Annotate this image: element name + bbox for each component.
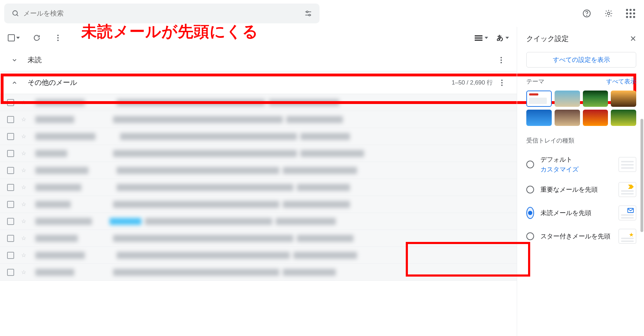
apps-icon[interactable]	[623, 6, 638, 21]
select-all[interactable]	[8, 34, 20, 41]
star-icon[interactable]: ☆	[21, 99, 26, 106]
section-unread[interactable]: 未読	[0, 49, 517, 71]
chevron-down-icon	[485, 37, 488, 39]
chevron-down-icon	[505, 37, 509, 39]
radio-icon[interactable]	[526, 207, 534, 219]
mail-list: ☆ ☆ ☆ ☆ ☆ ☆ ☆ ☆ ☆ ☆ ☆	[0, 94, 517, 336]
inbox-type-starred[interactable]: スター付きメールを先頭 ★	[526, 225, 636, 248]
radio-icon[interactable]	[526, 186, 534, 193]
inbox-preview-icon: ★	[619, 229, 636, 244]
search-input[interactable]	[23, 10, 300, 17]
chevron-down-icon	[11, 57, 18, 63]
inbox-preview-icon	[619, 205, 636, 220]
inbox-type-label: スター付きメールを先頭	[540, 232, 612, 241]
mail-row[interactable]: ☆	[0, 213, 517, 230]
quick-settings-panel: クイック設定 ✕ すべての設定を表示 テーマ すべて表示 受信トレイの種類	[517, 27, 644, 336]
svg-point-0	[13, 11, 17, 15]
inbox-type-label: 受信トレイの種類	[526, 137, 574, 145]
search-icon	[8, 10, 23, 17]
mail-main: あ 未読 その他のメール 1–50 / 2,690 行	[0, 27, 517, 336]
mail-row[interactable]: ☆	[0, 196, 517, 213]
star-icon[interactable]: ☆	[21, 150, 26, 157]
chevron-up-icon	[11, 80, 18, 86]
scrollbar[interactable]	[640, 119, 643, 232]
more-icon[interactable]	[501, 80, 503, 86]
mail-row[interactable]: ☆	[0, 179, 517, 196]
mail-row[interactable]: ☆	[0, 128, 517, 145]
refresh-icon[interactable]	[33, 34, 41, 42]
theme-all-link[interactable]: すべて表示	[606, 77, 636, 86]
inbox-preview-icon	[619, 182, 636, 197]
chevron-down-icon	[16, 37, 20, 39]
help-icon[interactable]	[580, 6, 594, 21]
svg-line-1	[17, 15, 18, 16]
mail-toolbar: あ	[0, 27, 517, 49]
star-icon[interactable]: ☆	[21, 201, 26, 208]
theme-option[interactable]	[611, 110, 636, 126]
inbox-type-label: 重要なメールを先頭	[540, 185, 612, 194]
all-settings-button[interactable]: すべての設定を表示	[526, 52, 636, 68]
star-icon[interactable]: ☆	[21, 133, 26, 140]
important-icon	[628, 185, 634, 189]
customize-link[interactable]: カスタマイズ	[540, 165, 612, 174]
more-icon[interactable]	[500, 57, 502, 63]
close-icon[interactable]: ✕	[630, 34, 636, 44]
section-label: その他のメール	[28, 78, 77, 87]
inbox-type-unread[interactable]: 未読メールを先頭	[526, 201, 636, 225]
star-icon: ★	[629, 231, 634, 238]
mail-row[interactable]: ☆	[0, 94, 517, 111]
mail-icon	[627, 208, 634, 213]
theme-option[interactable]	[611, 91, 636, 107]
inbox-type-important[interactable]: 重要なメールを先頭	[526, 178, 636, 201]
panel-title: クイック設定	[526, 34, 569, 44]
theme-option[interactable]	[583, 110, 608, 126]
theme-grid	[526, 91, 636, 126]
mail-row[interactable]: ☆	[0, 145, 517, 162]
mail-row[interactable]: ☆	[0, 264, 517, 281]
theme-label: テーマ	[526, 77, 544, 86]
theme-option[interactable]	[583, 91, 608, 107]
section-range: 1–50 / 2,690 行	[452, 79, 493, 87]
inbox-type-default[interactable]: デフォルト カスタマイズ	[526, 151, 636, 178]
tune-icon[interactable]	[300, 10, 316, 17]
density-toggle[interactable]	[475, 35, 488, 41]
theme-option[interactable]	[555, 110, 580, 126]
svg-point-4	[306, 11, 308, 13]
star-icon[interactable]: ☆	[21, 167, 26, 174]
inbox-type-label: 未読メールを先頭	[540, 209, 612, 217]
gear-icon[interactable]	[602, 6, 616, 21]
radio-icon[interactable]	[526, 232, 534, 240]
star-icon[interactable]: ☆	[21, 218, 26, 225]
theme-option[interactable]	[555, 91, 580, 107]
star-icon[interactable]: ☆	[21, 184, 26, 191]
section-label: 未読	[28, 55, 42, 65]
svg-point-7	[586, 15, 587, 16]
inbox-type-label: デフォルト	[540, 156, 572, 163]
radio-icon[interactable]	[526, 161, 534, 168]
search-box[interactable]	[4, 4, 320, 23]
ime-toggle[interactable]: あ	[497, 33, 509, 42]
mail-row[interactable]: ☆	[0, 247, 517, 264]
more-icon[interactable]	[54, 34, 62, 42]
mail-row[interactable]: ☆	[0, 230, 517, 247]
theme-option[interactable]	[526, 110, 552, 126]
mail-row[interactable]: ☆	[0, 162, 517, 179]
section-other[interactable]: その他のメール 1–50 / 2,690 行	[0, 71, 517, 94]
svg-point-8	[608, 12, 610, 15]
theme-option[interactable]	[526, 91, 552, 107]
star-icon[interactable]: ☆	[21, 235, 26, 242]
svg-point-5	[309, 14, 310, 16]
star-icon[interactable]: ☆	[21, 269, 26, 276]
mail-row[interactable]: ☆	[0, 111, 517, 128]
inbox-preview-icon	[619, 157, 636, 172]
star-icon[interactable]: ☆	[21, 116, 26, 123]
star-icon[interactable]: ☆	[21, 252, 26, 259]
